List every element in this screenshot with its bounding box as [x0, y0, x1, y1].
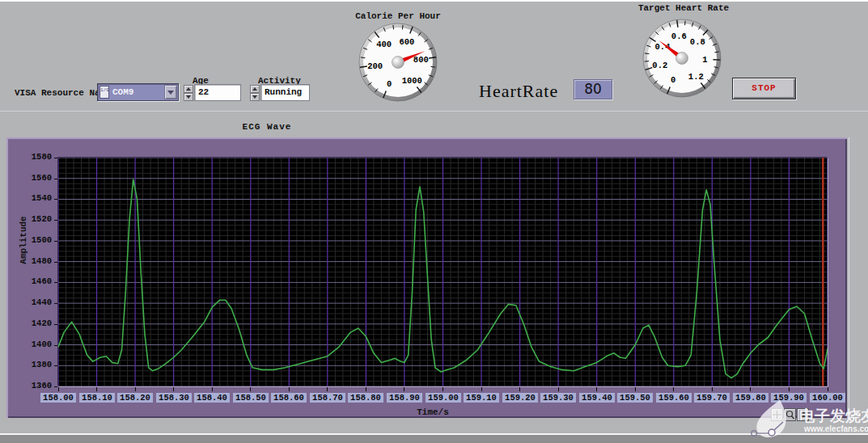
stop-button[interactable]: STOP	[732, 78, 796, 99]
x-tick-label: 159.10	[464, 393, 499, 403]
x-tick-label: 158.50	[233, 393, 269, 403]
visa-resource-dropdown[interactable]: 1/0 COM9	[97, 83, 179, 101]
y-tick-label: 1580	[16, 152, 52, 162]
x-tick-mark	[289, 387, 290, 391]
watermark-url: www.elecfans.com	[804, 424, 868, 433]
svg-text:1: 1	[702, 55, 707, 65]
x-tick-label: 159.70	[694, 393, 730, 403]
svg-text:0.2: 0.2	[652, 61, 667, 70]
dropdown-arrow-button[interactable]	[164, 85, 177, 99]
arrow-down-icon	[186, 95, 191, 99]
graph-palette-zoom-button[interactable]	[784, 408, 796, 421]
x-tick-label: 158.90	[387, 393, 422, 403]
section-divider	[0, 111, 868, 112]
y-tick-mark	[54, 220, 57, 221]
x-tick-label: 158.20	[117, 393, 153, 403]
x-tick-label: 159.50	[617, 393, 653, 403]
age-field[interactable]: 22	[194, 84, 241, 101]
x-tick-mark	[442, 387, 443, 391]
x-tick-mark	[366, 387, 366, 391]
x-tick-mark	[750, 387, 751, 391]
y-tick-mark	[54, 282, 57, 283]
visa-io-icon: 1/0	[100, 86, 109, 99]
x-tick-label: 158.30	[156, 393, 192, 403]
hand-icon	[798, 409, 808, 420]
x-tick-mark	[96, 387, 97, 391]
x-tick-label: 159.80	[733, 393, 768, 403]
svg-text:1.2: 1.2	[688, 72, 704, 82]
graph-palette-pan-button[interactable]	[797, 408, 809, 421]
x-tick-mark	[789, 387, 790, 391]
y-tick-mark	[54, 386, 57, 387]
target-heart-rate-gauge: 00.20.40.60.811.2	[637, 14, 726, 103]
svg-text:400: 400	[376, 40, 392, 49]
heartrate-value: 80	[574, 79, 612, 99]
x-tick-mark	[596, 387, 597, 391]
ecg-plot-area	[58, 158, 828, 386]
visa-resource-value: COM9	[112, 87, 164, 97]
x-tick-label: 158.40	[194, 393, 230, 403]
x-tick-mark	[635, 387, 636, 391]
y-tick-mark	[54, 262, 57, 263]
age-increment-button[interactable]	[184, 85, 193, 93]
x-tick-label: 159.20	[502, 393, 538, 403]
window-top-edge	[0, 0, 868, 2]
age-spinner[interactable]	[184, 85, 193, 101]
y-tick-label: 1420	[16, 319, 52, 328]
x-tick-mark	[58, 387, 59, 391]
arrow-up-icon	[252, 87, 257, 91]
x-tick-mark	[712, 387, 713, 391]
y-tick-label: 1460	[16, 276, 52, 286]
x-axis-label: Time/s	[404, 407, 461, 417]
x-tick-mark	[481, 387, 482, 391]
x-tick-label: 158.60	[271, 393, 307, 403]
svg-text:600: 600	[399, 37, 414, 47]
magnifier-icon	[785, 409, 795, 420]
y-tick-label: 1360	[16, 381, 52, 390]
bottom-strip	[0, 435, 868, 443]
x-tick-label: 159.00	[426, 393, 461, 403]
y-tick-label: 1540	[16, 193, 52, 203]
svg-text:0: 0	[671, 75, 675, 85]
x-tick-label: 159.60	[656, 393, 692, 403]
visa-resource-label: VISA Resource Name	[15, 88, 111, 98]
y-tick-mark	[54, 365, 57, 366]
y-tick-mark	[54, 303, 57, 304]
heartrate-label: HeartRate	[479, 81, 558, 102]
x-tick-mark	[173, 387, 174, 391]
y-tick-mark	[54, 158, 57, 158]
y-tick-label: 1380	[16, 360, 52, 369]
crosshair-icon	[772, 409, 782, 420]
x-tick-label: 159.90	[771, 393, 807, 403]
y-tick-label: 1440	[16, 297, 52, 307]
graph-palette-cursor-button[interactable]	[771, 408, 783, 421]
activity-field[interactable]: Running	[260, 84, 310, 101]
target-heart-rate-gauge-title: Target Heart Rate	[627, 3, 740, 13]
svg-text:0.8: 0.8	[690, 37, 705, 47]
labview-front-panel: { "controls": { "visa": {"label": "VISA …	[0, 0, 868, 443]
y-tick-mark	[54, 241, 57, 242]
calorie-gauge: 02004006008001000	[354, 18, 442, 107]
activity-increment-button[interactable]	[250, 85, 260, 93]
x-tick-label: 158.10	[79, 393, 115, 403]
activity-spinner[interactable]	[250, 85, 260, 101]
x-tick-label: 159.40	[579, 393, 615, 403]
panel-edge	[849, 137, 849, 418]
x-tick-label: 158.80	[348, 393, 383, 403]
x-tick-mark	[828, 387, 828, 391]
age-decrement-button[interactable]	[184, 93, 193, 101]
y-tick-mark	[54, 199, 57, 200]
x-tick-mark	[519, 387, 520, 391]
svg-text:0: 0	[387, 79, 392, 89]
y-tick-mark	[54, 324, 57, 325]
x-tick-mark	[404, 387, 404, 391]
x-tick-mark	[135, 387, 136, 391]
activity-decrement-button[interactable]	[250, 93, 260, 101]
svg-text:1000: 1000	[402, 76, 422, 86]
svg-text:0.6: 0.6	[671, 32, 687, 41]
y-tick-mark	[54, 345, 57, 346]
x-tick-label: 160.00	[810, 393, 845, 403]
arrow-up-icon	[186, 87, 191, 91]
svg-text:200: 200	[367, 61, 383, 71]
y-tick-label: 1560	[16, 173, 52, 183]
